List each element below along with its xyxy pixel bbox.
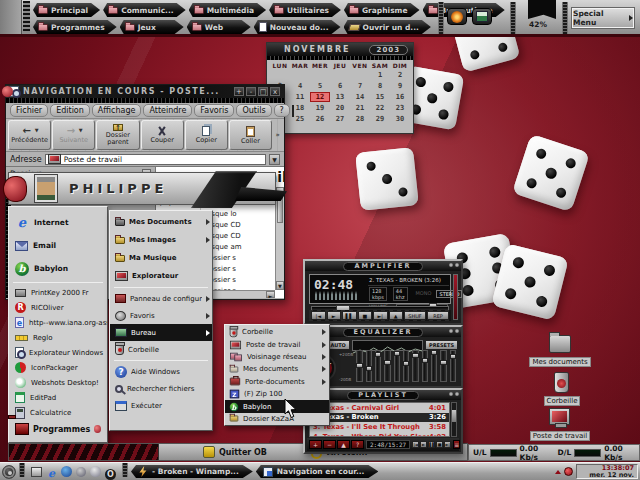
quicklaunch-show-desktop[interactable] [31,462,42,480]
eq-band-slider-9[interactable] [440,350,446,382]
calendar-day[interactable]: 20 [330,103,350,113]
calendar-day[interactable]: 9 [390,81,410,91]
mini-stop-button[interactable]: ■ [436,441,443,448]
eq-slider-thumb[interactable] [412,353,418,358]
amplifier-titlebar[interactable]: AMPLIFIER [305,261,461,271]
eq-band-slider-2[interactable] [375,350,381,382]
eq-slider-thumb[interactable] [440,360,446,365]
calendar-day[interactable]: 13 [330,92,350,102]
places-item-mes-documents[interactable]: Mes Documents [110,213,212,231]
eq-slider-thumb[interactable] [375,352,381,357]
launcher-button-ouvrir-un-d-[interactable]: Ouvrir un d... [344,20,431,34]
shuffle-button[interactable]: SHUF [404,311,426,320]
launcher-button-principal[interactable]: Principal [33,3,100,17]
playlist-track[interactable]: 1. Texas - Carnival Girl4:01 [310,403,449,413]
programs-button[interactable]: Programmes [9,418,107,440]
calendar-day[interactable]: 6 [330,81,350,91]
scroll-down-icon[interactable]: ▼ [276,281,284,290]
eq-band-slider-8[interactable] [431,350,437,382]
places-item-favoris[interactable]: Favoris [110,307,212,324]
playlist-track[interactable]: 2. Texas - Broken3:26 [310,413,449,423]
playlist-add-button[interactable]: + [309,440,322,449]
calendar-day[interactable]: 7 [350,81,370,91]
picture-button[interactable] [472,8,492,25]
quicklaunch-globe[interactable] [90,462,101,480]
launcher-button-graphisme[interactable]: Graphisme [344,3,420,17]
taskbar-grip[interactable] [122,463,128,477]
calendar-day[interactable]: 11 [290,92,310,102]
scroll-right-icon[interactable]: ► [266,291,275,298]
app-item-editpad[interactable]: EditPad [9,390,107,405]
app-item-search-page[interactable]: Explorateur Windows [9,345,107,360]
pinned-item-babylon[interactable]: bBabylon [9,257,107,280]
app-item-red-r[interactable]: RRICOliver [9,300,107,315]
address-dropdown-arrow[interactable]: ▼ [269,154,280,165]
app-item-printer[interactable]: PrintKey 2000 Fr [9,285,107,300]
tray-expand-icon[interactable] [555,470,561,474]
calendar-titlebar[interactable]: NOVEMBRE 2003 [267,43,413,56]
submenu-item-voisinage-r-seau[interactable]: Voisinage réseau [225,351,329,363]
calendar-widget[interactable]: NOVEMBRE 2003 LUNMARMERJEUVENSAMDIM12345… [266,42,414,134]
eq-band-slider-4[interactable] [394,350,400,382]
prev-button[interactable]: |◄ [311,311,326,320]
quicklaunch-opera[interactable]: O [105,462,116,480]
places-item-aide-windows[interactable]: ?Aide Windows [110,363,212,380]
playlist-remove-button[interactable]: − [323,440,336,449]
pause-button[interactable]: ▌▌ [342,311,357,320]
eq-slider-thumb[interactable] [356,363,362,368]
toolbar-drag-grip[interactable] [23,1,30,33]
toolbar-button-copier[interactable]: Copier [185,120,228,150]
toolbar-button-suivante[interactable]: →▼Suivante [52,120,95,150]
places-item-explorateur[interactable]: Explorateur [110,267,212,285]
eq-presets-button[interactable]: PRESETS [425,340,458,350]
calendar-day-today[interactable]: 12 [310,92,330,102]
start-button[interactable] [2,465,16,479]
eq-band-slider-5[interactable] [403,350,409,382]
playlist-track[interactable]: 3. Texas - I'll See It Through3:58 [310,422,449,432]
calendar-day[interactable]: 26 [310,114,330,124]
playlist-track[interactable]: 4. Texas - Where Did You Sleep ?4:02 [310,432,449,437]
places-item-panneau-de-configuration[interactable]: Panneau de configuration [110,290,212,307]
toolbar-separator-grip[interactable] [438,2,444,34]
dropdown-arrow-icon[interactable]: ▼ [79,128,83,133]
desktop-icon-corbeille[interactable]: Corbeille [534,372,590,406]
submenu-item-porte-documents[interactable]: Porte-documents [225,376,329,388]
playlist-select-button[interactable]: ▲ [337,440,350,449]
eq-preamp-slider[interactable] [356,350,362,382]
calendar-day[interactable]: 19 [310,103,330,113]
eq-slider-thumb[interactable] [366,366,372,371]
maximize-button[interactable]: □ [258,87,268,96]
play-button[interactable]: ► [327,311,342,320]
places-item-mes-images[interactable]: Mes Images [110,231,212,249]
eq-band-slider-7[interactable] [422,350,428,382]
address-input[interactable]: Poste de travail [45,154,266,165]
eq-slider-thumb[interactable] [422,358,428,363]
places-item-rechercher-fichiers[interactable]: Rechercher fichiers [110,380,212,397]
calendar-day[interactable]: 4 [290,81,310,91]
next-button[interactable]: ►| [373,311,388,320]
toolbar-button-pr-c-dente[interactable]: ←▼Précédente [8,120,51,150]
eject-button[interactable]: ▲ [389,311,404,320]
close-button[interactable]: x [270,87,280,96]
launcher-button-programmes[interactable]: Programmes [33,20,117,34]
calendar-day[interactable]: 2 [390,70,410,80]
app-item-link[interactable]: ehttp--www.iana.org-assign... [9,315,107,330]
menu-[interactable]: ? [274,104,290,117]
calendar-day[interactable]: 21 [350,103,370,113]
submenu-item-dossier-kazaa[interactable]: Dossier KaZaA [225,413,329,425]
submenu-item-corbeille[interactable]: Corbeille [225,326,329,338]
winamp-main-window[interactable]: AMPLIFIER 02:48 2. TEXAS - BROKEN (3:26)… [303,259,463,325]
launcher-button-web[interactable]: Web [187,20,251,34]
eq-slider-thumb[interactable] [403,361,409,366]
eq-slider-thumb[interactable] [394,351,400,356]
eq-slider-thumb[interactable] [431,350,437,355]
eq-band-slider-1[interactable] [366,350,372,382]
shade-button[interactable]: + [234,87,244,96]
eq-band-slider-6[interactable] [412,350,418,382]
quicklaunch-ie-sm[interactable]: e [46,462,57,480]
eq-band-slider-3[interactable] [384,350,390,382]
calendar-day[interactable]: 29 [370,114,390,124]
task-button-winamp[interactable]: - Broken - Winamp... [131,465,253,478]
quit-ob-button[interactable]: Quitter OB [203,446,267,458]
eq-slider-thumb[interactable] [384,360,390,365]
